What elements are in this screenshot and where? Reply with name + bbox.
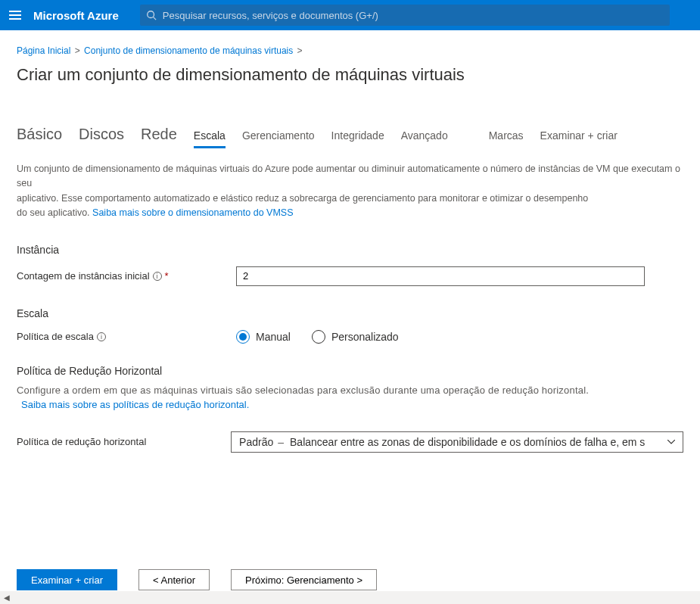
scale-policy-label: Política de escala i [17,331,236,342]
scale-policy-row: Política de escala i Manual Personalizad… [17,330,683,344]
breadcrumb-sep: > [297,45,303,56]
scalein-policy-row: Política de redução horizontal Padrão – … [17,431,683,453]
tab-review[interactable]: Examinar + criar [540,129,618,142]
intro-text: Um conjunto de dimensionamento de máquin… [17,162,683,221]
breadcrumb-home[interactable]: Página Inicial [17,45,70,56]
instance-count-row: Contagem de instâncias inicial i * [17,266,683,286]
global-search[interactable] [140,5,670,26]
scalein-policy-label: Política de redução horizontal [17,436,231,447]
tab-basic[interactable]: Básico [17,126,62,143]
hamburger-menu-icon[interactable] [9,11,21,20]
scalein-link[interactable]: Saiba mais sobre as políticas de redução… [21,399,683,410]
required-asterisk: * [165,270,169,282]
previous-button[interactable]: < Anterior [138,569,210,590]
top-bar: Microsoft Azure [0,0,700,30]
tab-tags[interactable]: Marcas [489,129,524,146]
radio-icon [312,330,325,344]
dropdown-prefix: Padrão [239,436,273,448]
content-area: Página Inicial > Conjunto de dimensionam… [0,30,700,453]
svg-point-0 [148,11,154,18]
review-create-button[interactable]: Examinar + criar [17,569,117,590]
intro-line1: Um conjunto de dimensionamento de máquin… [17,163,680,188]
tab-advanced[interactable]: Avançado [401,129,448,146]
tab-management[interactable]: Gerenciamento [242,129,315,146]
next-button[interactable]: Próximo: Gerenciamento > [231,569,377,590]
page-title: Criar um conjunto de dimensionamento de … [17,65,683,85]
instance-heading: Instância [17,244,683,256]
search-icon [146,10,157,20]
scalein-section: Política de Redução Horizontal Configure… [17,365,683,453]
instance-count-input[interactable] [236,266,645,286]
intro-link[interactable]: Saiba mais sobre o dimensionamento do VM… [92,207,293,218]
dropdown-body: Balancear entre as zonas de disponibilid… [290,436,645,448]
wizard-tabs: Básico Discos Rede Escala Gerenciamento … [17,126,683,148]
intro-line2: aplicativo. Esse comportamento automatiz… [17,193,588,204]
scalein-heading: Política de Redução Horizontal [17,365,683,377]
tab-health[interactable]: Integridade [331,129,384,146]
radio-manual-label: Manual [256,331,291,343]
radio-custom[interactable]: Personalizado [312,330,399,344]
svg-line-1 [153,17,156,20]
scalein-policy-dropdown[interactable]: Padrão – Balancear entre as zonas de dis… [231,431,683,453]
tab-network[interactable]: Rede [141,126,177,143]
brand-label: Microsoft Azure [33,9,119,22]
radio-custom-label: Personalizado [331,331,399,343]
scale-policy-label-text: Política de escala [17,331,94,342]
scroll-left-icon[interactable]: ◀ [0,591,13,604]
horizontal-scrollbar[interactable]: ◀ [0,591,700,604]
wizard-footer: Examinar + criar < Anterior Próximo: Ger… [0,559,700,590]
instance-count-label: Contagem de instâncias inicial i * [17,270,236,282]
scale-heading: Escala [17,307,683,319]
breadcrumb-vmss[interactable]: Conjunto de dimensionamento de máquinas … [84,45,293,56]
scalein-desc: Configure a ordem em que as máquinas vir… [17,385,683,396]
search-input[interactable] [163,10,664,21]
info-icon[interactable]: i [97,332,106,341]
intro-line3a: do seu aplicativo. [17,207,92,218]
breadcrumb-sep: > [75,45,80,56]
breadcrumb: Página Inicial > Conjunto de dimensionam… [17,45,683,56]
tab-disks[interactable]: Discos [79,126,124,143]
dropdown-sep: – [278,436,284,448]
tab-scale[interactable]: Escala [194,129,226,148]
instance-count-label-text: Contagem de instâncias inicial [17,270,150,282]
chevron-down-icon [667,440,675,444]
radio-manual[interactable]: Manual [236,330,291,344]
radio-icon [236,330,250,344]
info-icon[interactable]: i [153,272,162,281]
scale-policy-radio-group: Manual Personalizado [236,330,399,344]
